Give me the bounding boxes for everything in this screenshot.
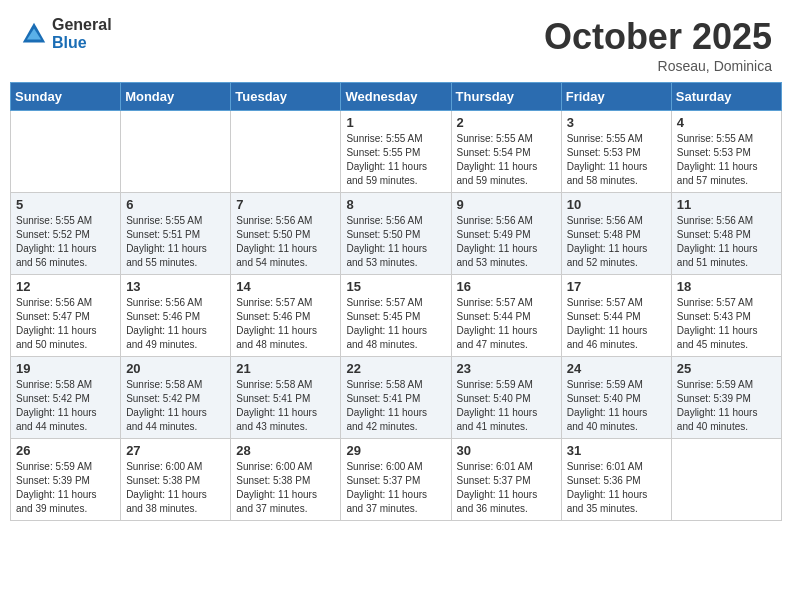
logo: General Blue — [20, 16, 112, 51]
day-info: Sunrise: 6:01 AM Sunset: 5:37 PM Dayligh… — [457, 460, 556, 516]
day-number: 14 — [236, 279, 335, 294]
table-row: 17Sunrise: 5:57 AM Sunset: 5:44 PM Dayli… — [561, 275, 671, 357]
table-row: 18Sunrise: 5:57 AM Sunset: 5:43 PM Dayli… — [671, 275, 781, 357]
table-row: 22Sunrise: 5:58 AM Sunset: 5:41 PM Dayli… — [341, 357, 451, 439]
day-number: 10 — [567, 197, 666, 212]
header-saturday: Saturday — [671, 83, 781, 111]
table-row — [121, 111, 231, 193]
day-info: Sunrise: 5:57 AM Sunset: 5:44 PM Dayligh… — [567, 296, 666, 352]
table-row: 15Sunrise: 5:57 AM Sunset: 5:45 PM Dayli… — [341, 275, 451, 357]
table-row — [671, 439, 781, 521]
header-monday: Monday — [121, 83, 231, 111]
day-info: Sunrise: 5:55 AM Sunset: 5:53 PM Dayligh… — [677, 132, 776, 188]
day-number: 7 — [236, 197, 335, 212]
day-info: Sunrise: 5:55 AM Sunset: 5:53 PM Dayligh… — [567, 132, 666, 188]
header-sunday: Sunday — [11, 83, 121, 111]
logo-blue: Blue — [52, 34, 112, 52]
table-row — [11, 111, 121, 193]
day-info: Sunrise: 5:56 AM Sunset: 5:50 PM Dayligh… — [236, 214, 335, 270]
day-number: 24 — [567, 361, 666, 376]
table-row: 2Sunrise: 5:55 AM Sunset: 5:54 PM Daylig… — [451, 111, 561, 193]
table-row: 9Sunrise: 5:56 AM Sunset: 5:49 PM Daylig… — [451, 193, 561, 275]
table-row: 25Sunrise: 5:59 AM Sunset: 5:39 PM Dayli… — [671, 357, 781, 439]
day-number: 26 — [16, 443, 115, 458]
day-number: 19 — [16, 361, 115, 376]
day-info: Sunrise: 5:57 AM Sunset: 5:45 PM Dayligh… — [346, 296, 445, 352]
table-row: 14Sunrise: 5:57 AM Sunset: 5:46 PM Dayli… — [231, 275, 341, 357]
day-number: 11 — [677, 197, 776, 212]
page-header: General Blue October 2025 Roseau, Domini… — [0, 0, 792, 82]
table-row: 30Sunrise: 6:01 AM Sunset: 5:37 PM Dayli… — [451, 439, 561, 521]
day-number: 22 — [346, 361, 445, 376]
day-info: Sunrise: 5:55 AM Sunset: 5:54 PM Dayligh… — [457, 132, 556, 188]
table-row: 26Sunrise: 5:59 AM Sunset: 5:39 PM Dayli… — [11, 439, 121, 521]
day-number: 27 — [126, 443, 225, 458]
day-info: Sunrise: 5:58 AM Sunset: 5:42 PM Dayligh… — [16, 378, 115, 434]
day-info: Sunrise: 5:57 AM Sunset: 5:43 PM Dayligh… — [677, 296, 776, 352]
table-row: 21Sunrise: 5:58 AM Sunset: 5:41 PM Dayli… — [231, 357, 341, 439]
day-number: 6 — [126, 197, 225, 212]
day-number: 2 — [457, 115, 556, 130]
day-info: Sunrise: 5:57 AM Sunset: 5:44 PM Dayligh… — [457, 296, 556, 352]
day-info: Sunrise: 5:57 AM Sunset: 5:46 PM Dayligh… — [236, 296, 335, 352]
month-title: October 2025 — [544, 16, 772, 58]
day-info: Sunrise: 5:59 AM Sunset: 5:40 PM Dayligh… — [457, 378, 556, 434]
calendar-week-4: 19Sunrise: 5:58 AM Sunset: 5:42 PM Dayli… — [11, 357, 782, 439]
day-number: 3 — [567, 115, 666, 130]
day-info: Sunrise: 5:58 AM Sunset: 5:42 PM Dayligh… — [126, 378, 225, 434]
location: Roseau, Dominica — [544, 58, 772, 74]
day-info: Sunrise: 6:00 AM Sunset: 5:38 PM Dayligh… — [236, 460, 335, 516]
table-row: 13Sunrise: 5:56 AM Sunset: 5:46 PM Dayli… — [121, 275, 231, 357]
day-info: Sunrise: 6:00 AM Sunset: 5:38 PM Dayligh… — [126, 460, 225, 516]
day-number: 8 — [346, 197, 445, 212]
day-number: 25 — [677, 361, 776, 376]
table-row: 5Sunrise: 5:55 AM Sunset: 5:52 PM Daylig… — [11, 193, 121, 275]
table-row: 10Sunrise: 5:56 AM Sunset: 5:48 PM Dayli… — [561, 193, 671, 275]
logo-text: General Blue — [52, 16, 112, 51]
logo-general: General — [52, 16, 112, 34]
table-row: 24Sunrise: 5:59 AM Sunset: 5:40 PM Dayli… — [561, 357, 671, 439]
calendar-table: Sunday Monday Tuesday Wednesday Thursday… — [10, 82, 782, 521]
header-thursday: Thursday — [451, 83, 561, 111]
table-row: 28Sunrise: 6:00 AM Sunset: 5:38 PM Dayli… — [231, 439, 341, 521]
table-row: 12Sunrise: 5:56 AM Sunset: 5:47 PM Dayli… — [11, 275, 121, 357]
table-row: 20Sunrise: 5:58 AM Sunset: 5:42 PM Dayli… — [121, 357, 231, 439]
table-row: 31Sunrise: 6:01 AM Sunset: 5:36 PM Dayli… — [561, 439, 671, 521]
day-info: Sunrise: 5:58 AM Sunset: 5:41 PM Dayligh… — [236, 378, 335, 434]
day-number: 9 — [457, 197, 556, 212]
day-number: 23 — [457, 361, 556, 376]
table-row: 27Sunrise: 6:00 AM Sunset: 5:38 PM Dayli… — [121, 439, 231, 521]
calendar-week-1: 1Sunrise: 5:55 AM Sunset: 5:55 PM Daylig… — [11, 111, 782, 193]
calendar-wrap: Sunday Monday Tuesday Wednesday Thursday… — [0, 82, 792, 531]
day-info: Sunrise: 5:56 AM Sunset: 5:48 PM Dayligh… — [567, 214, 666, 270]
logo-icon — [20, 20, 48, 48]
table-row: 6Sunrise: 5:55 AM Sunset: 5:51 PM Daylig… — [121, 193, 231, 275]
day-number: 12 — [16, 279, 115, 294]
table-row: 23Sunrise: 5:59 AM Sunset: 5:40 PM Dayli… — [451, 357, 561, 439]
day-number: 30 — [457, 443, 556, 458]
day-number: 20 — [126, 361, 225, 376]
calendar-week-5: 26Sunrise: 5:59 AM Sunset: 5:39 PM Dayli… — [11, 439, 782, 521]
header-friday: Friday — [561, 83, 671, 111]
calendar-body: 1Sunrise: 5:55 AM Sunset: 5:55 PM Daylig… — [11, 111, 782, 521]
day-number: 21 — [236, 361, 335, 376]
calendar-week-2: 5Sunrise: 5:55 AM Sunset: 5:52 PM Daylig… — [11, 193, 782, 275]
day-number: 5 — [16, 197, 115, 212]
table-row: 16Sunrise: 5:57 AM Sunset: 5:44 PM Dayli… — [451, 275, 561, 357]
day-info: Sunrise: 5:59 AM Sunset: 5:39 PM Dayligh… — [16, 460, 115, 516]
day-number: 1 — [346, 115, 445, 130]
day-number: 13 — [126, 279, 225, 294]
table-row: 1Sunrise: 5:55 AM Sunset: 5:55 PM Daylig… — [341, 111, 451, 193]
table-row: 7Sunrise: 5:56 AM Sunset: 5:50 PM Daylig… — [231, 193, 341, 275]
calendar-week-3: 12Sunrise: 5:56 AM Sunset: 5:47 PM Dayli… — [11, 275, 782, 357]
day-number: 29 — [346, 443, 445, 458]
day-number: 31 — [567, 443, 666, 458]
day-number: 28 — [236, 443, 335, 458]
table-row: 29Sunrise: 6:00 AM Sunset: 5:37 PM Dayli… — [341, 439, 451, 521]
day-number: 4 — [677, 115, 776, 130]
day-info: Sunrise: 6:00 AM Sunset: 5:37 PM Dayligh… — [346, 460, 445, 516]
day-info: Sunrise: 5:55 AM Sunset: 5:52 PM Dayligh… — [16, 214, 115, 270]
day-number: 15 — [346, 279, 445, 294]
day-info: Sunrise: 5:55 AM Sunset: 5:55 PM Dayligh… — [346, 132, 445, 188]
table-row — [231, 111, 341, 193]
